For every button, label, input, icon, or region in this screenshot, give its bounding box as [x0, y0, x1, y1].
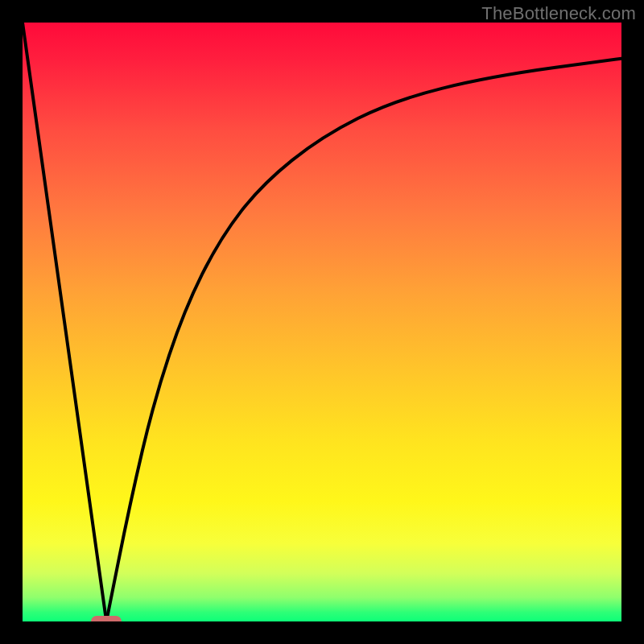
right-branch-curve [106, 59, 621, 621]
watermark-text: TheBottleneck.com [481, 3, 636, 24]
curve-layer [23, 23, 621, 621]
chart-frame: TheBottleneck.com [0, 0, 644, 644]
left-branch-curve [23, 23, 106, 621]
plot-area [23, 23, 621, 621]
optimal-marker [91, 616, 122, 621]
